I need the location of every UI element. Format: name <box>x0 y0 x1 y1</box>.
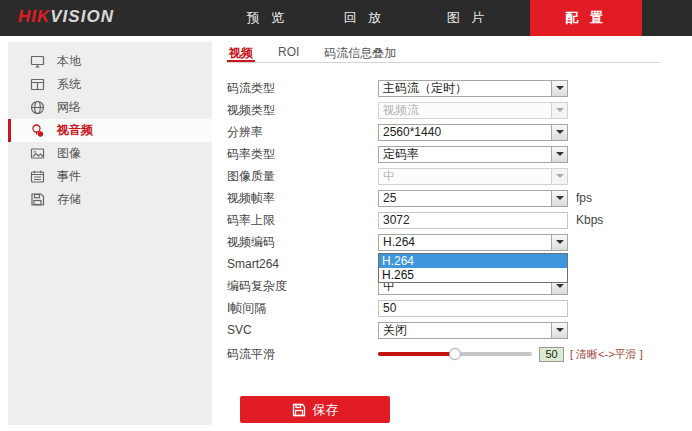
chevron-down-icon[interactable] <box>551 191 567 206</box>
select-value: H.264 <box>379 235 551 250</box>
field-label: 图像质量 <box>227 168 378 185</box>
save-button[interactable]: 保存 <box>240 396 390 423</box>
row-iframe-interval: I帧间隔 <box>227 297 667 319</box>
tab-bar: 视频 ROI 码流信息叠加 <box>227 45 660 63</box>
select-value: 关闭 <box>379 323 551 338</box>
nav-configuration-active[interactable]: 配 置 <box>530 0 642 36</box>
sidebar-item-label: 系统 <box>57 76 81 93</box>
sidebar-item-local[interactable]: 本地 <box>8 50 212 73</box>
row-bitrate-type: 码率类型 定码率 <box>227 143 667 165</box>
fps-unit-label: fps <box>576 191 592 205</box>
row-resolution: 分辨率 2560*1440 <box>227 121 667 143</box>
logo-hik: HIK <box>18 7 50 26</box>
chevron-down-icon[interactable] <box>551 81 567 96</box>
hikvision-config-page: HIKVISION 预 览 回 放 图 片 配 置 本地 系统 网络 <box>0 0 692 431</box>
chevron-down-icon <box>551 103 567 118</box>
slider-handle[interactable] <box>449 348 461 360</box>
main-content: 视频 ROI 码流信息叠加 码流类型 主码流（定时） 视频类型 视频流 分 <box>227 45 667 423</box>
field-label: SVC <box>227 323 378 337</box>
row-frame-rate: 视频帧率 25 fps <box>227 187 667 209</box>
field-label: 视频编码 <box>227 234 378 251</box>
sidebar-item-label: 视音频 <box>57 122 93 139</box>
sidebar-item-label: 本地 <box>57 53 81 70</box>
select-value: 视频流 <box>379 103 551 118</box>
row-svc: SVC 关闭 <box>227 319 667 341</box>
row-stream-type: 码流类型 主码流（定时） <box>227 77 667 99</box>
select-value: 定码率 <box>379 147 551 162</box>
chevron-down-icon[interactable] <box>551 147 567 162</box>
select-value: 中 <box>379 169 551 184</box>
sidebar-item-storage[interactable]: 存储 <box>8 188 212 211</box>
video-encoding-select[interactable]: H.264 <box>378 234 568 251</box>
storage-icon <box>30 192 45 207</box>
nav-picture[interactable]: 图 片 <box>430 0 505 36</box>
row-video-encoding: 视频编码 H.264 H.264 H.265 <box>227 231 667 253</box>
iframe-interval-input[interactable] <box>378 300 568 317</box>
save-floppy-icon <box>292 403 306 417</box>
max-bitrate-input[interactable] <box>378 212 568 229</box>
option-h264[interactable]: H.264 <box>379 254 567 268</box>
field-label: 码率上限 <box>227 212 378 229</box>
tab-video[interactable]: 视频 <box>227 45 255 62</box>
slider-fill <box>378 352 455 356</box>
sidebar-item-label: 事件 <box>57 168 81 185</box>
audio-video-icon <box>30 123 45 138</box>
chevron-down-icon[interactable] <box>551 235 567 250</box>
tab-stream-info-overlay[interactable]: 码流信息叠加 <box>322 45 398 62</box>
sidebar-item-system[interactable]: 系统 <box>8 73 212 96</box>
row-video-type: 视频类型 视频流 <box>227 99 667 121</box>
field-label: 视频类型 <box>227 102 378 119</box>
sidebar-item-label: 图像 <box>57 145 81 162</box>
field-label: Smart264 <box>227 257 378 271</box>
video-encoding-option-list: H.264 H.265 <box>378 253 568 283</box>
image-quality-select-disabled: 中 <box>378 168 568 185</box>
image-icon <box>30 146 45 161</box>
select-value: 2560*1440 <box>379 125 551 140</box>
video-settings-form: 码流类型 主码流（定时） 视频类型 视频流 分辨率 2560*1440 <box>227 77 667 423</box>
save-button-label: 保存 <box>313 401 339 419</box>
stream-smoothing-slider[interactable] <box>378 348 532 360</box>
field-label: 码流类型 <box>227 80 378 97</box>
video-type-select-disabled: 视频流 <box>378 102 568 119</box>
stream-smoothing-value: 50 <box>539 347 564 362</box>
sidebar-item-image[interactable]: 图像 <box>8 142 212 165</box>
kbps-unit-label: Kbps <box>576 213 603 227</box>
field-label: 码率类型 <box>227 146 378 163</box>
field-label: 分辨率 <box>227 124 378 141</box>
nav-preview[interactable]: 预 览 <box>230 0 305 36</box>
nav-playback[interactable]: 回 放 <box>327 0 402 36</box>
row-stream-smoothing: 码流平滑 50 [ 清晰<->平滑 ] <box>227 341 667 367</box>
svc-select[interactable]: 关闭 <box>378 322 568 339</box>
event-icon <box>30 169 45 184</box>
field-label: 编码复杂度 <box>227 278 378 295</box>
network-icon <box>30 100 45 115</box>
frame-rate-select[interactable]: 25 <box>378 190 568 207</box>
bitrate-type-select[interactable]: 定码率 <box>378 146 568 163</box>
stream-type-select[interactable]: 主码流（定时） <box>378 80 568 97</box>
sidebar: 本地 系统 网络 视音频 图像 <box>8 42 212 425</box>
sidebar-item-event[interactable]: 事件 <box>8 165 212 188</box>
option-h265[interactable]: H.265 <box>379 268 567 282</box>
video-encoding-dropdown: H.264 H.264 H.265 <box>378 234 568 251</box>
top-bar: HIKVISION 预 览 回 放 图 片 配 置 <box>0 0 692 36</box>
tab-roi[interactable]: ROI <box>276 45 301 62</box>
hikvision-logo: HIKVISION <box>18 7 114 27</box>
system-icon <box>30 77 45 92</box>
logo-vision: VISION <box>50 7 114 26</box>
sidebar-item-video-audio[interactable]: 视音频 <box>8 119 212 142</box>
chevron-down-icon[interactable] <box>551 125 567 140</box>
sidebar-item-network[interactable]: 网络 <box>8 96 212 119</box>
monitor-icon <box>30 54 45 69</box>
select-value: 25 <box>379 191 551 206</box>
chevron-down-icon <box>551 169 567 184</box>
row-image-quality: 图像质量 中 <box>227 165 667 187</box>
field-label: 视频帧率 <box>227 190 378 207</box>
sidebar-item-label: 存储 <box>57 191 81 208</box>
chevron-down-icon[interactable] <box>551 323 567 338</box>
resolution-select[interactable]: 2560*1440 <box>378 124 568 141</box>
field-label: 码流平滑 <box>227 346 378 363</box>
sidebar-item-label: 网络 <box>57 99 81 116</box>
field-label: I帧间隔 <box>227 300 378 317</box>
row-max-bitrate: 码率上限 Kbps <box>227 209 667 231</box>
select-value: 主码流（定时） <box>379 81 551 96</box>
